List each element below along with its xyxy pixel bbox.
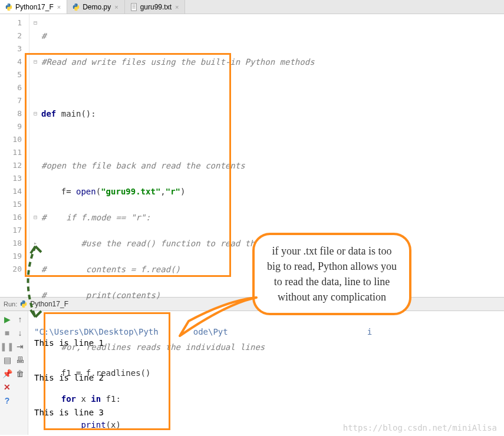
tab-label: Python17_F [15, 3, 54, 11]
clear-button[interactable]: 🗑 [14, 368, 26, 379]
svg-rect-2 [131, 3, 136, 10]
tab-demo[interactable]: Demo.py × [67, 0, 124, 14]
annotation-box-code [25, 53, 231, 277]
help-button[interactable]: ? [1, 395, 13, 407]
watermark: https://blog.csdn.net/miniAlisa [343, 423, 497, 432]
tab-label: Demo.py [83, 3, 111, 11]
wrap-button[interactable]: ⇥ [14, 341, 26, 352]
close-icon[interactable]: × [174, 4, 180, 11]
close-button[interactable]: ✕ [1, 381, 13, 393]
editor-tabs: Python17_F × Demo.py × guru99.txt × [0, 0, 504, 14]
svg-point-0 [8, 4, 8, 4]
pause-button[interactable]: ❚❚ [1, 341, 13, 352]
python-icon [72, 3, 80, 11]
close-icon[interactable]: × [113, 4, 119, 11]
run-label: Run: [4, 300, 17, 308]
svg-point-1 [9, 9, 10, 10]
tab-python17[interactable]: Python17_F × [0, 0, 67, 14]
tab-label: guru99.txt [140, 3, 172, 11]
close-icon[interactable]: × [56, 4, 62, 11]
python-icon [5, 3, 13, 11]
scroll-up-button[interactable]: ↑ [14, 313, 26, 325]
annotation-box-output [44, 312, 170, 430]
text-file-icon [130, 3, 138, 11]
callout-annotation: if your .txt file or data is too big to … [252, 233, 411, 342]
pin-button[interactable]: 📌 [1, 368, 13, 379]
callout-text: if your .txt file or data is too big to … [252, 233, 411, 315]
print-button[interactable]: 🖶 [14, 354, 26, 366]
scroll-down-button[interactable]: ↓ [14, 327, 26, 339]
layout-button[interactable]: ▤ [1, 354, 13, 366]
run-button[interactable]: ▶ [1, 313, 13, 325]
python-icon [19, 300, 28, 308]
run-toolbar: ▶ ↑ ■ ↓ ❚❚ ⇥ ▤ 🖶 📌 🗑 ✕ ? [0, 311, 28, 435]
tab-guru99[interactable]: guru99.txt × [125, 0, 186, 14]
stop-button[interactable]: ■ [1, 327, 13, 339]
